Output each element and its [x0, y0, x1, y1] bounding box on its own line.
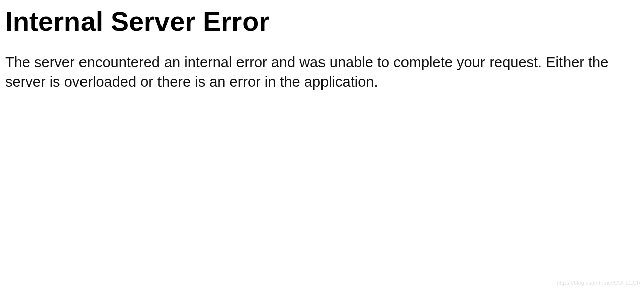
error-heading: Internal Server Error	[5, 5, 639, 38]
error-message: The server encountered an internal error…	[5, 53, 639, 92]
watermark-text: https://blog.csdn.tn.net/CUFEECR	[557, 280, 641, 286]
error-page: Internal Server Error The server encount…	[0, 5, 644, 92]
